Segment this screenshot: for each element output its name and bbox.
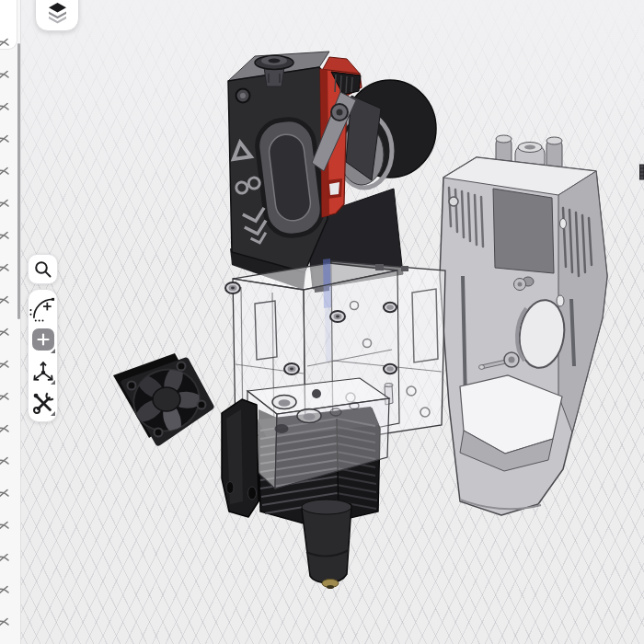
eye-slash-icon <box>0 488 10 502</box>
item-visibility-toggle[interactable] <box>0 327 20 341</box>
item-visibility-toggle[interactable] <box>0 359 20 374</box>
eye-slash-icon <box>0 391 10 406</box>
search-tool-button[interactable] <box>28 254 58 284</box>
eye-slash-icon <box>0 262 10 277</box>
heater-sock[interactable] <box>302 500 351 583</box>
items-button[interactable] <box>35 0 79 31</box>
eye-slash-icon <box>0 520 10 535</box>
add-tool-button[interactable] <box>29 325 56 355</box>
transform-tool-button[interactable] <box>29 356 56 386</box>
part-axial-fan[interactable] <box>113 353 211 443</box>
magnifier-icon <box>33 259 52 279</box>
eye-slash-icon <box>0 37 10 52</box>
layers-icon <box>45 1 70 26</box>
eye-slash-icon <box>0 616 10 631</box>
shroud-screw-hole <box>560 219 567 229</box>
eye-slash-icon <box>0 133 10 148</box>
item-visibility-toggle[interactable] <box>0 520 20 535</box>
eye-slash-icon <box>0 552 10 567</box>
eye-slash-icon <box>0 455 10 470</box>
part-fan-duct[interactable] <box>222 399 259 517</box>
item-visibility-toggle[interactable] <box>0 455 20 470</box>
eye-slash-icon <box>0 198 10 213</box>
item-visibility-toggle[interactable] <box>0 584 20 599</box>
item-visibility-toggle[interactable] <box>0 423 20 438</box>
wing-slot <box>412 289 438 362</box>
tool-palette <box>28 289 58 422</box>
item-visibility-toggle[interactable] <box>0 391 20 406</box>
eye-slash-icon <box>0 230 10 245</box>
tools-tool-button[interactable] <box>29 387 56 418</box>
eye-slash-icon <box>0 101 10 116</box>
eye-slash-icon <box>0 166 10 180</box>
add-tool-chip <box>32 328 54 351</box>
item-visibility-toggle[interactable] <box>0 488 20 502</box>
nozzle[interactable] <box>322 580 339 590</box>
viewport-3d[interactable] <box>0 0 644 644</box>
sidebar-scrollbar[interactable] <box>17 43 20 319</box>
fan-hub <box>153 387 180 411</box>
body-screw <box>240 93 246 98</box>
arc-plus-icon <box>29 294 56 322</box>
eye-slash-icon <box>0 294 10 309</box>
exploded-assembly[interactable] <box>0 0 644 644</box>
shroud-recessed-panel <box>493 189 554 273</box>
part-extruder-drive[interactable] <box>227 52 436 293</box>
clipped-part-right-edge[interactable] <box>639 165 644 179</box>
eye-slash-icon <box>0 327 10 341</box>
sketch-tool-button[interactable] <box>29 293 56 324</box>
plus-icon <box>36 332 51 347</box>
shroud-right-face <box>558 171 607 432</box>
item-visibility-toggle[interactable] <box>0 616 20 631</box>
eye-slash-icon <box>0 423 10 438</box>
shroud-screw-hole <box>449 197 458 206</box>
mount-window <box>255 301 277 360</box>
submenu-indicator <box>51 380 55 385</box>
part-shroud[interactable] <box>440 135 607 515</box>
shroud-screw-hole <box>557 295 564 306</box>
eye-slash-icon <box>0 584 10 599</box>
submenu-indicator <box>51 411 55 416</box>
eye-slash-icon <box>0 359 10 374</box>
eye-slash-icon <box>0 69 10 84</box>
submenu-indicator <box>51 349 55 353</box>
lever-window <box>327 178 342 199</box>
item-visibility-toggle[interactable] <box>0 552 20 567</box>
